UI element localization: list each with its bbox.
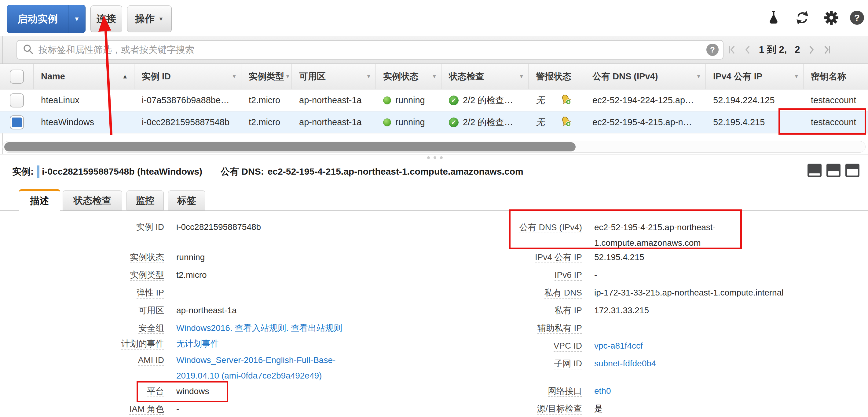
checkbox-icon[interactable] bbox=[10, 94, 24, 107]
refresh-icon[interactable] bbox=[794, 10, 810, 26]
horizontal-scrollbar-thumb[interactable] bbox=[4, 142, 576, 151]
add-alarm-bell-icon[interactable] bbox=[559, 93, 571, 107]
column-menu-icon[interactable]: ▼ bbox=[231, 74, 237, 80]
ami-link[interactable]: Windows_Server-2016-English-Full-Base- 2… bbox=[176, 355, 336, 381]
column-header-name[interactable]: Name▲ bbox=[34, 64, 134, 89]
running-status-icon bbox=[383, 97, 391, 104]
field-instance-state: 实例状态 running bbox=[49, 252, 440, 263]
column-header-type[interactable]: 实例类型▼ bbox=[241, 64, 292, 89]
tab-tags[interactable]: 标签 bbox=[168, 190, 205, 211]
cell-public-dns: ec2-52-194-224-125.ap… bbox=[585, 90, 706, 111]
table-row-selected[interactable]: hteaWindows i-0cc2821595887548b t2.micro… bbox=[0, 111, 868, 133]
field-public-dns: 公有 DNS (IPv4) ec2-52-195-4-215.ap-northe… bbox=[443, 222, 865, 248]
field-ami-id: AMI ID Windows_Server-2016-English-Full-… bbox=[49, 355, 440, 381]
column-menu-icon[interactable]: ▼ bbox=[285, 74, 290, 80]
tab-monitoring[interactable]: 监控 bbox=[126, 190, 164, 211]
first-page-icon[interactable] bbox=[728, 45, 736, 55]
column-header-alarm[interactable]: 警报状态 bbox=[529, 64, 585, 89]
subnet-link[interactable]: subnet-fdfde0b4 bbox=[594, 358, 656, 369]
cell-type: t2.micro bbox=[241, 90, 292, 111]
instance-summary-header: 实例: i-0cc2821595887548b (hteaWindows) 公有… bbox=[12, 163, 523, 181]
actions-button[interactable]: 操作 ▼ bbox=[127, 5, 172, 32]
field-src-dst-check: 源/目标检查 是 bbox=[443, 403, 865, 414]
checkbox-icon[interactable] bbox=[10, 70, 24, 84]
launch-dropdown-caret[interactable]: ▼ bbox=[68, 5, 85, 33]
cell-az: ap-northeast-1a bbox=[292, 90, 376, 111]
search-input[interactable] bbox=[38, 41, 723, 59]
chevron-down-icon: ▼ bbox=[74, 15, 80, 23]
chevron-down-icon: ▼ bbox=[158, 16, 164, 22]
connect-button[interactable]: 连接 bbox=[90, 5, 122, 32]
labs-flask-icon[interactable] bbox=[766, 10, 781, 26]
column-header-instance-id[interactable]: 实例 ID▼ bbox=[134, 64, 241, 89]
scheduled-events-link[interactable]: 无计划事件 bbox=[176, 338, 219, 349]
cell-public-ip: 52.194.224.125 bbox=[706, 90, 804, 111]
column-header-state[interactable]: 实例状态▼ bbox=[376, 64, 441, 89]
sort-asc-icon[interactable]: ▲ bbox=[122, 73, 128, 80]
column-header-az[interactable]: 可用区▼ bbox=[292, 64, 376, 89]
row-checkbox[interactable] bbox=[0, 111, 34, 133]
cell-public-dns: ec2-52-195-4-215.ap-n… bbox=[585, 111, 706, 133]
running-status-icon bbox=[383, 118, 391, 127]
field-secondary-private-ip: 辅助私有 IP bbox=[443, 323, 865, 334]
field-az: 可用区 ap-northeast-1a bbox=[49, 305, 440, 316]
pane-drag-handle[interactable] bbox=[427, 156, 443, 159]
pane-layout-small-icon[interactable] bbox=[807, 164, 822, 177]
field-instance-id: 实例 ID i-0cc2821595887548b bbox=[49, 222, 440, 233]
column-header-key-name[interactable]: 密钥名称 bbox=[804, 64, 868, 89]
field-scheduled-events: 计划的事件 无计划事件 bbox=[49, 338, 440, 349]
column-header-public-ip[interactable]: IPv4 公有 IP▼ bbox=[706, 64, 804, 89]
last-page-icon[interactable] bbox=[823, 45, 831, 55]
next-page-icon[interactable] bbox=[808, 45, 815, 55]
select-all-checkbox[interactable] bbox=[0, 64, 34, 89]
pane-layout-medium-icon[interactable] bbox=[827, 164, 840, 177]
page-total: 2 bbox=[795, 44, 800, 55]
field-instance-type: 实例类型 t2.micro bbox=[49, 270, 440, 281]
column-menu-icon[interactable]: ▼ bbox=[519, 74, 524, 80]
cell-public-ip: 52.195.4.215 bbox=[706, 111, 804, 133]
cell-alarm: 无 bbox=[529, 90, 585, 111]
gear-icon[interactable] bbox=[824, 10, 839, 26]
connect-label: 连接 bbox=[97, 12, 116, 26]
tab-status-checks[interactable]: 状态检查 bbox=[63, 190, 122, 211]
field-ipv4-public-ip: IPv4 公有 IP 52.195.4.215 bbox=[443, 252, 865, 263]
field-vpc-id: VPC ID vpc-a81f4ccf bbox=[443, 340, 865, 351]
column-menu-icon[interactable]: ▼ bbox=[794, 74, 799, 80]
column-menu-icon[interactable]: ▼ bbox=[366, 74, 371, 80]
row-checkbox[interactable] bbox=[0, 90, 34, 111]
eth0-link[interactable]: eth0 bbox=[594, 386, 611, 396]
prev-page-icon[interactable] bbox=[744, 45, 751, 55]
search-icon bbox=[23, 44, 34, 56]
launch-instance-button[interactable]: 启动实例 ▼ bbox=[7, 5, 86, 33]
tab-description[interactable]: 描述 bbox=[19, 189, 60, 211]
checkbox-checked-icon[interactable] bbox=[10, 115, 24, 130]
table-header-row: Name▲ 实例 ID▼ 实例类型▼ 可用区▼ 实例状态▼ 状态检查▼ 警报状态… bbox=[0, 64, 868, 90]
field-private-dns: 私有 DNS ip-172-31-33-215.ap-northeast-1.c… bbox=[443, 287, 865, 298]
search-help-icon[interactable]: ? bbox=[706, 44, 719, 56]
public-dns-value: ec2-52-195-4-215.ap-northeast-1.compute.… bbox=[268, 166, 523, 177]
cell-alarm: 无 bbox=[529, 111, 585, 133]
pane-divider bbox=[0, 154, 868, 154]
column-header-status-check[interactable]: 状态检查▼ bbox=[441, 64, 529, 89]
security-groups-links[interactable]: Windows2016. 查看入站规则. 查看出站规则 bbox=[176, 323, 342, 334]
column-menu-icon[interactable]: ▼ bbox=[696, 74, 701, 80]
vpc-link[interactable]: vpc-a81f4ccf bbox=[594, 340, 643, 351]
pagination: 1 到 2, 2 bbox=[728, 40, 831, 60]
column-menu-icon[interactable]: ▼ bbox=[432, 74, 437, 80]
question-mark-glyph: ? bbox=[850, 11, 864, 25]
search-box[interactable]: ? bbox=[17, 40, 723, 60]
field-platform: 平台 windows bbox=[49, 386, 440, 397]
cell-state: running bbox=[376, 111, 441, 133]
cell-key-name: testaccount bbox=[804, 90, 868, 111]
launch-instance-label[interactable]: 启动实例 bbox=[7, 5, 68, 33]
field-subnet-id: 子网 ID subnet-fdfde0b4 bbox=[443, 358, 865, 369]
cell-status-check: ✓2/2 的检查… bbox=[441, 90, 529, 111]
pane-layout-large-icon[interactable] bbox=[845, 164, 860, 177]
table-row[interactable]: hteaLinux i-07a53876b9a88be… t2.micro ap… bbox=[0, 90, 868, 111]
column-header-public-dns[interactable]: 公有 DNS (IPv4)▼ bbox=[585, 64, 706, 89]
help-icon[interactable]: ? bbox=[849, 10, 865, 26]
field-security-groups: 安全组 Windows2016. 查看入站规则. 查看出站规则 bbox=[49, 323, 440, 334]
field-network-interface: 网络接口 eth0 bbox=[443, 386, 865, 396]
instance-id-text: i-0cc2821595887548b (hteaWindows) bbox=[42, 166, 202, 177]
add-alarm-bell-icon[interactable] bbox=[559, 115, 571, 130]
